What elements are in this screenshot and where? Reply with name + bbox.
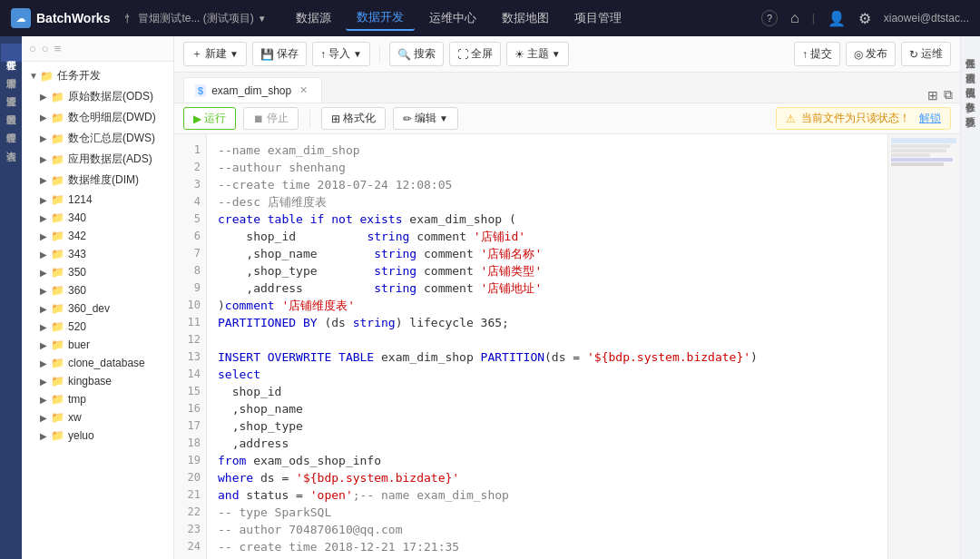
project-name: 冒烟测试te... (测试项目)	[138, 11, 253, 26]
tree-1214-folder: 📁	[51, 193, 64, 206]
tree-item-ads[interactable]: ▶ 📁 应用数据层(ADS)	[33, 149, 173, 170]
edit-button[interactable]: ✏ 编辑 ▼	[393, 107, 458, 130]
tree-item-dwd[interactable]: ▶ 📁 数仓明细层(DWD)	[33, 107, 173, 128]
user-icon[interactable]: 👤	[828, 10, 846, 27]
tree-ods-label: 原始数据层(ODS)	[68, 89, 170, 104]
code-line-14: select	[218, 366, 877, 383]
tree-item-yeluo[interactable]: ▶ 📁 yeluo	[33, 427, 173, 445]
line-num-12: 12	[174, 331, 201, 348]
tree-item-kingbase[interactable]: ▶ 📁 kingbase	[33, 372, 173, 390]
tree-root-arrow: ▼	[29, 71, 40, 81]
right-panel-item-value-view[interactable]: 值依视图	[962, 73, 979, 87]
sidebar-item-component-mgmt[interactable]: 组件管理	[1, 116, 22, 134]
save-button[interactable]: 💾 保存	[252, 42, 307, 66]
import-button[interactable]: ↑ 导入 ▼	[312, 42, 370, 66]
tree-item-dim[interactable]: ▶ 📁 数据维度(DIM)	[33, 170, 173, 191]
tree-item-340[interactable]: ▶ 📁 340	[33, 209, 173, 227]
tree-dim-arrow: ▶	[40, 175, 51, 185]
code-line-12	[218, 331, 877, 348]
right-panel-item-task-params[interactable]: 任务参数	[962, 87, 979, 102]
line-num-22: 22	[174, 504, 201, 521]
tree-item-ods[interactable]: ▶ 📁 原始数据层(ODS)	[33, 86, 173, 107]
theme-button[interactable]: ☀ 主题 ▼	[506, 42, 569, 66]
new-button[interactable]: ＋ 新建 ▼	[183, 42, 247, 66]
fullscreen-label: 全屏	[471, 46, 493, 62]
unlock-button[interactable]: 解锁	[919, 111, 941, 126]
tree-item-342[interactable]: ▶ 📁 342	[33, 227, 173, 245]
run-label: 运行	[204, 111, 226, 126]
stop-button[interactable]: ⏹ 停止	[243, 107, 299, 130]
right-panel-item-task-attr[interactable]: 任务属性	[962, 44, 979, 58]
tree-xw-label: xw	[68, 411, 170, 424]
tree-343-arrow: ▶	[40, 250, 51, 260]
project-selector[interactable]: 忄 冒烟测试te... (测试项目) ▼	[124, 11, 266, 26]
minimap	[887, 134, 960, 559]
tree-item-520[interactable]: ▶ 📁 520	[33, 318, 173, 336]
publish-button[interactable]: ◎ 发布	[846, 42, 896, 66]
code-line-5: create table if not exists exam_dim_shop…	[218, 211, 877, 228]
tree-item-350[interactable]: ▶ 📁 350	[33, 263, 173, 281]
nav-datasource[interactable]: 数据源	[285, 6, 342, 30]
home-icon[interactable]: ⌂	[790, 10, 799, 26]
nav-ops[interactable]: 运维中心	[418, 6, 487, 30]
warning-icon: ⚠	[786, 113, 796, 125]
sidebar-item-table-query[interactable]: 表查询	[1, 134, 22, 152]
line-num-18: 18	[174, 435, 201, 452]
nav-data-dev[interactable]: 数据开发	[346, 5, 415, 31]
code-line-1: --name exam_dim_shop	[218, 142, 877, 159]
fullscreen-button[interactable]: ⛶ 全屏	[449, 42, 501, 66]
tree-toolbar-icon2[interactable]: ○	[42, 42, 49, 55]
line-num-4: 4	[174, 193, 201, 211]
stop-label: 停止	[267, 111, 289, 126]
tree-item-1214[interactable]: ▶ 📁 1214	[33, 191, 173, 209]
tree-item-buer[interactable]: ▶ 📁 buer	[33, 336, 173, 354]
code-line-2: --authour shenhang	[218, 159, 877, 176]
right-panel-item-schedule-dep[interactable]: 调度依赖	[962, 58, 979, 73]
right-panel-item-env-params[interactable]: 环境参数	[962, 102, 979, 116]
main-layout: 任务管理 脚本管理 资源管理 函数管理 组件管理 表查询 ○ ○ ≡ ▼ 📁 任…	[0, 36, 980, 559]
settings-icon[interactable]: ⚙	[858, 10, 871, 27]
ops-button[interactable]: ↻ 运维	[901, 42, 951, 66]
tree-toolbar-menu[interactable]: ≡	[54, 42, 62, 55]
code-line-18: ,address	[218, 435, 877, 452]
sidebar-item-resource-mgmt[interactable]: 资源管理	[1, 80, 22, 98]
file-tree-content: ▼ 📁 任务开发 ▶ 📁 原始数据层(ODS) ▶ 📁 数仓明细层(DWD) ▶…	[22, 62, 173, 559]
tree-xw-arrow: ▶	[40, 413, 51, 423]
sidebar-item-script-mgmt[interactable]: 脚本管理	[1, 62, 22, 80]
tree-yeluo-arrow: ▶	[40, 431, 51, 441]
line-num-14: 14	[174, 366, 201, 383]
tree-item-343[interactable]: ▶ 📁 343	[33, 245, 173, 263]
tree-root[interactable]: ▼ 📁 任务开发	[22, 65, 173, 86]
tree-clonedb-label: clone_database	[68, 357, 170, 369]
tree-toolbar-icon1[interactable]: ○	[29, 42, 36, 55]
code-line-17: ,shop_type	[218, 417, 877, 435]
tree-item-360dev[interactable]: ▶ 📁 360_dev	[33, 299, 173, 318]
tree-ods-folder: 📁	[51, 91, 64, 103]
sidebar-item-task-mgmt[interactable]: 任务管理	[1, 44, 22, 62]
submit-button[interactable]: ↑ 提交	[794, 42, 840, 66]
tree-360dev-label: 360_dev	[68, 302, 170, 315]
code-line-10: )comment '店铺维度表'	[218, 297, 877, 314]
minimap-content	[891, 138, 956, 211]
run-button[interactable]: ▶ 运行	[183, 107, 236, 130]
tree-item-tmp[interactable]: ▶ 📁 tmp	[33, 390, 173, 408]
code-line-9: ,address string comment '店铺地址'	[218, 280, 877, 297]
app-logo[interactable]: ☁ BatchWorks	[11, 8, 110, 28]
editor-tab[interactable]: $ exam_dim_shop ✕	[183, 77, 322, 103]
tab-split-icon[interactable]: ⧉	[944, 87, 953, 103]
tree-item-clone-db[interactable]: ▶ 📁 clone_database	[33, 354, 173, 372]
tab-grid-icon[interactable]: ⊞	[927, 88, 938, 103]
theme-dropdown-icon: ▼	[552, 49, 561, 59]
sidebar-item-function-mgmt[interactable]: 函数管理	[1, 98, 22, 116]
nav-data-map[interactable]: 数据地图	[491, 6, 560, 30]
nav-project-mgmt[interactable]: 项目管理	[564, 6, 632, 30]
tab-close-icon[interactable]: ✕	[297, 83, 310, 97]
format-button[interactable]: ⊞ 格式化	[321, 107, 386, 130]
help-icon[interactable]: ?	[761, 10, 778, 26]
code-line-13: INSERT OVERWRITE TABLE exam_dim_shop PAR…	[218, 348, 877, 366]
code-content[interactable]: --name exam_dim_shop --authour shenhang …	[207, 134, 887, 559]
search-button[interactable]: 🔍 搜索	[389, 42, 444, 66]
tree-item-360[interactable]: ▶ 📁 360	[33, 281, 173, 299]
tree-item-xw[interactable]: ▶ 📁 xw	[33, 408, 173, 427]
tree-item-dws[interactable]: ▶ 📁 数仓汇总层(DWS)	[33, 128, 173, 149]
